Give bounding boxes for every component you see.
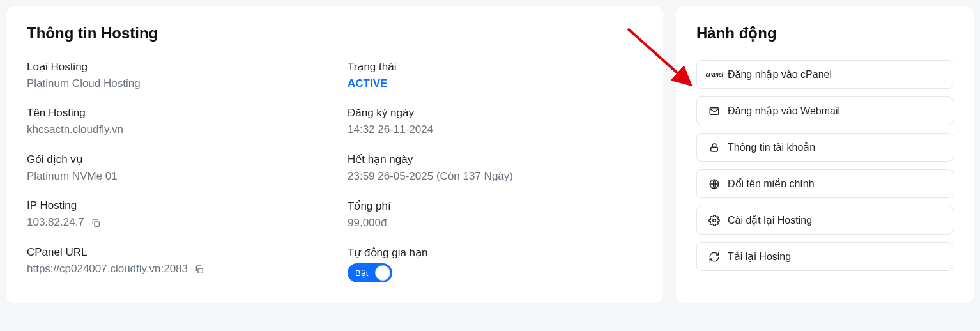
action-account-info[interactable]: Thông tin tài khoản	[696, 133, 953, 162]
hosting-expiry-label: Hết hạn ngày	[348, 153, 643, 166]
hosting-expiry: Hết hạn ngày 23:59 26-05-2025 (Còn 137 N…	[348, 153, 643, 183]
hosting-total-label: Tổng phí	[348, 199, 643, 213]
hosting-type-value: Platinum Cloud Hosting	[27, 77, 322, 90]
copy-icon[interactable]	[91, 218, 101, 228]
svg-rect-1	[198, 268, 203, 273]
hosting-registered-label: Đăng ký ngày	[348, 107, 643, 119]
hosting-type-label: Loại Hosting	[27, 60, 322, 73]
hosting-total-value: 99,000đ	[348, 217, 643, 229]
action-label: Thông tin tài khoản	[728, 141, 815, 153]
hosting-registered-value: 14:32 26-11-2024	[348, 123, 643, 136]
hosting-status-value: ACTIVE	[348, 77, 643, 90]
cpanel-url: CPanel URL https://cp024007.cloudfly.vn:…	[27, 246, 322, 285]
hosting-info-title: Thông tin Hosting	[27, 24, 643, 42]
action-label: Đăng nhập vào cPanel	[728, 68, 832, 81]
action-login-webmail[interactable]: Đăng nhập vào Webmail	[696, 96, 953, 125]
action-list: cPanel Đăng nhập vào cPanel Đăng nhập và…	[696, 60, 953, 271]
hosting-name: Tên Hosting khcsactn.cloudfly.vn	[27, 107, 322, 136]
globe-icon	[708, 178, 720, 190]
hosting-total: Tổng phí 99,000đ	[348, 199, 643, 229]
hosting-ip: IP Hosting 103.82.24.7	[27, 199, 322, 229]
action-change-domain[interactable]: Đổi tên miền chính	[696, 169, 953, 198]
lock-icon	[708, 142, 720, 153]
svg-rect-0	[95, 222, 99, 226]
action-login-cpanel[interactable]: cPanel Đăng nhập vào cPanel	[696, 60, 953, 89]
hosting-package-value: Platinum NVMe 01	[27, 170, 322, 183]
hosting-info-card: Thông tin Hosting Loại Hosting Platinum …	[6, 6, 663, 303]
action-reload-hosting[interactable]: Tải lại Hosing	[696, 242, 953, 271]
action-reset-hosting[interactable]: Cài đặt lại Hosting	[696, 206, 953, 235]
svg-point-7	[713, 219, 716, 222]
actions-title: Hành động	[696, 24, 953, 42]
hosting-status-label: Trạng thái	[348, 60, 643, 73]
hosting-status: Trạng thái ACTIVE	[348, 60, 643, 90]
hosting-package: Gói dịch vụ Platinum NVMe 01	[27, 153, 322, 183]
action-label: Đổi tên miền chính	[728, 178, 815, 190]
hosting-ip-value: 103.82.24.7	[27, 216, 84, 228]
reload-icon	[708, 251, 720, 263]
hosting-registered: Đăng ký ngày 14:32 26-11-2024	[348, 107, 643, 136]
hosting-name-value: khcsactn.cloudfly.vn	[27, 123, 322, 136]
gear-icon	[708, 215, 720, 226]
auto-renew-toggle[interactable]: Bật	[348, 263, 392, 282]
hosting-name-label: Tên Hosting	[27, 107, 322, 119]
hosting-ip-label: IP Hosting	[27, 199, 322, 212]
cpanel-icon: cPanel	[708, 69, 720, 81]
action-label: Đăng nhập vào Webmail	[728, 105, 840, 117]
auto-renew-label: Tự động gia hạn	[348, 246, 643, 259]
toggle-state-label: Bật	[355, 268, 368, 278]
svg-rect-5	[711, 147, 718, 151]
action-label: Tải lại Hosing	[728, 250, 791, 263]
actions-card: Hành động cPanel Đăng nhập vào cPanel Đă…	[676, 6, 974, 303]
mail-icon	[708, 105, 720, 117]
hosting-expiry-value: 23:59 26-05-2025 (Còn 137 Ngày)	[348, 170, 643, 183]
cpanel-url-label: CPanel URL	[27, 246, 322, 259]
cpanel-url-value: https://cp024007.cloudfly.vn:2083	[27, 263, 188, 275]
copy-icon[interactable]	[194, 265, 204, 275]
auto-renew: Tự động gia hạn Bật	[348, 246, 643, 285]
hosting-package-label: Gói dịch vụ	[27, 153, 322, 166]
toggle-knob	[375, 265, 390, 281]
action-label: Cài đặt lại Hosting	[728, 214, 812, 226]
hosting-type: Loại Hosting Platinum Cloud Hosting	[27, 60, 322, 90]
